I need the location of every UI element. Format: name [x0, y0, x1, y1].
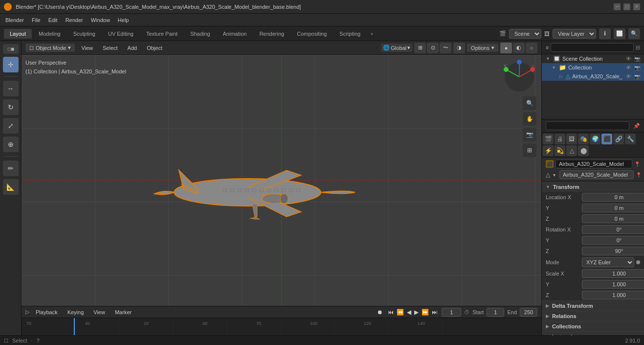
select-menu[interactable]: Select — [99, 44, 121, 52]
play-button[interactable]: ▶ — [413, 308, 420, 317]
view-menu[interactable]: View — [78, 44, 96, 52]
mode-keyframe-dot[interactable] — [636, 260, 640, 264]
rotation-y-input[interactable] — [582, 236, 644, 245]
expand-button[interactable]: ⬜ — [614, 28, 625, 39]
location-y-input[interactable] — [582, 204, 644, 212]
menu-blender[interactable]: Blender — [2, 16, 27, 24]
tab-animation[interactable]: Animation — [217, 29, 253, 39]
object-render-icon[interactable]: 📷 — [634, 74, 640, 79]
rotation-mode-select[interactable]: XYZ Euler — [582, 257, 634, 267]
menu-file[interactable]: File — [28, 16, 44, 24]
collections-header[interactable]: ▶ Collections — [542, 322, 644, 331]
tab-compositing[interactable]: Compositing — [291, 29, 333, 39]
view-menu-tl[interactable]: View — [90, 308, 109, 316]
prop-tab-constraints[interactable]: 🔗 — [613, 134, 624, 144]
prop-tab-world[interactable]: 🌍 — [590, 134, 600, 144]
prop-tab-physics[interactable]: 💫 — [555, 145, 565, 156]
pin-icon[interactable]: 📌 — [633, 123, 640, 129]
zoom-in-button[interactable]: 🔍 — [523, 96, 536, 110]
filter-icon[interactable]: ⊟ — [636, 45, 640, 51]
scale-z-input[interactable] — [582, 291, 644, 299]
object-row[interactable]: ▷ △ Airbus_A320_Scale_ 👁 📷 — [542, 72, 644, 81]
instancing-header[interactable]: ▶ Instancing — [542, 332, 644, 335]
scene-selector[interactable]: Scene — [509, 29, 541, 39]
keying-menu[interactable]: Keying — [64, 308, 88, 316]
object-menu[interactable]: Object — [143, 44, 166, 52]
tab-scripting[interactable]: Scripting — [333, 29, 366, 39]
data-pin-icon[interactable]: 📍 — [636, 172, 642, 178]
prop-tab-view-layer[interactable]: 🖼 — [566, 134, 577, 144]
collection-row[interactable]: ▼ 📁 Collection 👁 📷 — [542, 63, 644, 72]
scale-y-input[interactable] — [582, 280, 644, 289]
tab-rendering[interactable]: Rendering — [253, 29, 290, 39]
frame-start-input[interactable] — [487, 308, 504, 317]
tab-uv-editing[interactable]: UV Editing — [102, 29, 139, 39]
view-layer-selector[interactable]: View Layer — [553, 29, 596, 39]
prop-tab-output[interactable]: 🖨 — [555, 134, 565, 144]
jump-end-button[interactable]: ⏭ — [431, 308, 439, 317]
timeline-body[interactable]: 70 40 10 40 70 100 120 140 — [22, 318, 541, 335]
tab-modeling[interactable]: Modeling — [33, 29, 67, 39]
grid-view-button[interactable]: ⊞ — [523, 143, 536, 157]
scale-x-input[interactable] — [582, 269, 644, 278]
tab-shading[interactable]: Shading — [184, 29, 216, 39]
scene-render-icon[interactable]: 📷 — [634, 56, 640, 62]
object-visibility-icon[interactable]: 👁 — [626, 73, 631, 79]
move-tool-button[interactable]: ↔ — [3, 81, 19, 96]
close-button[interactable]: × — [633, 3, 640, 10]
current-frame-input[interactable] — [442, 308, 461, 317]
minimize-button[interactable]: ─ — [614, 3, 621, 10]
viewport-shading-material[interactable]: ◐ — [513, 43, 525, 53]
location-x-input[interactable] — [582, 193, 644, 202]
prev-keyframe-button[interactable]: ⏪ — [396, 308, 405, 317]
prop-tab-object[interactable]: ⬛ — [601, 134, 612, 144]
object-data-input[interactable] — [559, 170, 634, 179]
outliner-search-input[interactable] — [551, 43, 634, 52]
measure-tool-button[interactable]: 📐 — [3, 179, 19, 195]
scene-visibility-icon[interactable]: 👁 — [626, 56, 631, 62]
play-reverse-button[interactable]: ◀ — [406, 308, 412, 317]
playback-menu[interactable]: Playback — [32, 308, 61, 316]
snap-button[interactable]: ⊞ — [414, 43, 426, 53]
delta-transform-header[interactable]: ▶ Delta Transform — [542, 301, 644, 311]
location-z-input[interactable] — [582, 214, 644, 223]
prop-tab-render[interactable]: 🎬 — [543, 134, 554, 144]
scene-collection-row[interactable]: ▼ 🔲 Scene Collection 👁 📷 — [542, 54, 644, 63]
rotate-tool-button[interactable]: ↻ — [3, 99, 19, 115]
object-mode-button[interactable]: ◻ Object Mode ▾ — [25, 44, 75, 52]
prop-tab-particles[interactable]: ⚡ — [543, 145, 554, 156]
rotation-x-input[interactable] — [582, 225, 644, 234]
viewport-shading-render[interactable]: ○ — [526, 43, 537, 53]
tab-layout[interactable]: Layout — [4, 29, 32, 39]
search-button[interactable]: 🔍 — [628, 28, 640, 39]
object-name-input[interactable] — [555, 160, 632, 168]
properties-search-input[interactable] — [546, 121, 629, 130]
transform-section-header[interactable]: ▼ Transform — [542, 182, 644, 192]
pan-button[interactable]: ✋ — [523, 112, 536, 126]
airplane-object[interactable] — [150, 141, 355, 240]
menu-help[interactable]: Help — [114, 16, 133, 24]
annotate-tool-button[interactable]: ✏ — [3, 161, 19, 176]
global-selector[interactable]: 🌐 Global ▾ — [381, 44, 412, 52]
add-menu[interactable]: Add — [124, 44, 141, 52]
record-button[interactable]: ⏺ — [376, 308, 384, 317]
next-keyframe-button[interactable]: ⏩ — [421, 308, 430, 317]
maximize-button[interactable]: □ — [623, 3, 630, 10]
tab-texture-paint[interactable]: Texture Paint — [140, 29, 183, 39]
prop-tab-scene[interactable]: 🎭 — [578, 134, 589, 144]
jump-start-button[interactable]: ⏮ — [387, 308, 395, 317]
select-tool-button[interactable]: ✛ — [3, 57, 19, 72]
info-button[interactable]: ℹ — [599, 28, 611, 39]
camera-button[interactable]: 📷 — [523, 128, 536, 141]
marker-menu[interactable]: Marker — [111, 308, 135, 316]
fake-user-icon[interactable]: 📍 — [634, 161, 640, 167]
window-controls[interactable]: ─ □ × — [614, 3, 640, 10]
falloff-button[interactable]: 〜 — [440, 43, 451, 53]
prop-tab-data[interactable]: △ — [566, 145, 577, 156]
menu-render[interactable]: Render — [62, 16, 87, 24]
rotation-z-input[interactable] — [582, 247, 644, 255]
options-button[interactable]: Options ▾ — [467, 44, 498, 52]
overlay-button[interactable]: ◑ — [453, 43, 465, 53]
tab-sculpting[interactable]: Sculpting — [67, 29, 101, 39]
scale-tool-button[interactable]: ⤢ — [3, 118, 19, 134]
